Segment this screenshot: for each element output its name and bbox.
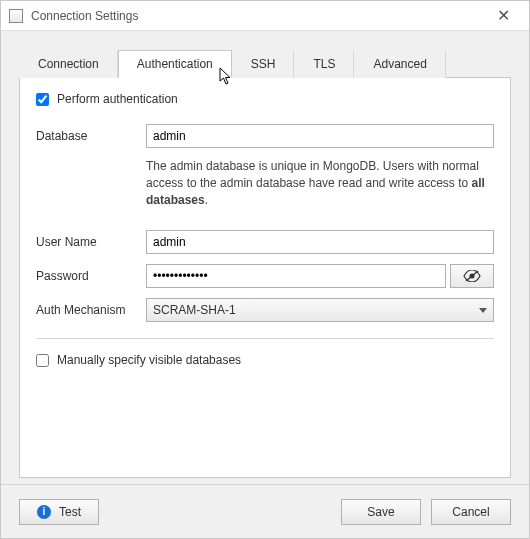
eye-slash-icon: [463, 270, 481, 282]
tab-tls[interactable]: TLS: [294, 50, 354, 78]
close-button[interactable]: ✕: [485, 2, 521, 30]
password-label: Password: [36, 269, 146, 283]
database-hint: The admin database is unique in MongoDB.…: [146, 158, 494, 208]
username-label: User Name: [36, 235, 146, 249]
save-button-label: Save: [367, 505, 394, 519]
tab-ssh[interactable]: SSH: [232, 50, 295, 78]
database-label: Database: [36, 129, 146, 143]
tab-advanced[interactable]: Advanced: [354, 50, 445, 78]
auth-mechanism-select[interactable]: SCRAM-SHA-1: [146, 298, 494, 322]
chevron-down-icon: [479, 308, 487, 313]
save-button[interactable]: Save: [341, 499, 421, 525]
info-icon: i: [37, 505, 51, 519]
tab-connection[interactable]: Connection: [19, 50, 118, 78]
tab-authentication[interactable]: Authentication: [118, 50, 232, 78]
content-area: Connection Authentication SSH TLS Advanc…: [1, 31, 529, 478]
manually-specify-db-checkbox[interactable]: [36, 354, 49, 367]
manually-specify-db-label: Manually specify visible databases: [57, 353, 241, 367]
window-title: Connection Settings: [31, 9, 485, 23]
cancel-button-label: Cancel: [452, 505, 489, 519]
auth-mechanism-label: Auth Mechanism: [36, 303, 146, 317]
username-input[interactable]: [146, 230, 494, 254]
titlebar: Connection Settings ✕: [1, 1, 529, 31]
app-icon: [9, 9, 23, 23]
test-button[interactable]: i Test: [19, 499, 99, 525]
dialog-footer: i Test Save Cancel: [1, 484, 529, 538]
database-hint-post: .: [205, 193, 208, 207]
svg-line-1: [466, 271, 478, 281]
dialog-connection-settings: Connection Settings ✕ Connection Authent…: [0, 0, 530, 539]
toggle-password-visibility-button[interactable]: [450, 264, 494, 288]
auth-mechanism-value: SCRAM-SHA-1: [153, 303, 236, 317]
close-icon: ✕: [497, 8, 510, 24]
tab-bar: Connection Authentication SSH TLS Advanc…: [19, 49, 511, 78]
cancel-button[interactable]: Cancel: [431, 499, 511, 525]
tab-panel-authentication: Perform authentication Database The admi…: [19, 78, 511, 478]
test-button-label: Test: [59, 505, 81, 519]
section-divider: [36, 338, 494, 339]
database-hint-pre: The admin database is unique in MongoDB.…: [146, 159, 479, 190]
perform-auth-checkbox[interactable]: [36, 93, 49, 106]
password-input[interactable]: [146, 264, 446, 288]
perform-auth-label: Perform authentication: [57, 92, 178, 106]
database-input[interactable]: [146, 124, 494, 148]
